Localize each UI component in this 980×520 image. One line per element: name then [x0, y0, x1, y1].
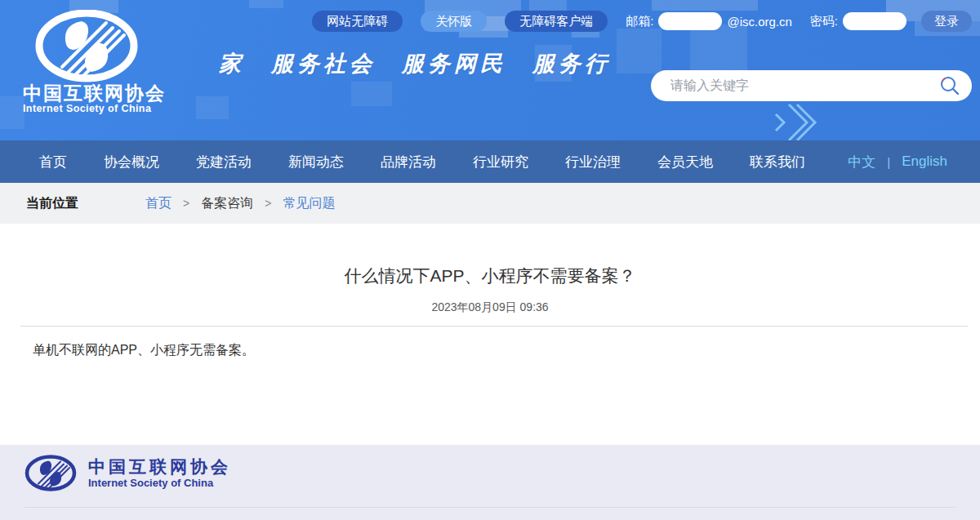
page: 中国互联网协会 Internet Society of China 家 服务社会…: [0, 0, 980, 520]
site-footer: 中国互联网协会 Internet Society of China: [0, 445, 980, 520]
slogan-marquee: 家 服务社会 服务网民 服务行: [219, 49, 595, 78]
breadcrumb-home-link[interactable]: 首页: [145, 195, 172, 212]
nav-item-members[interactable]: 会员天地: [657, 153, 713, 171]
search-icon[interactable]: [939, 70, 972, 101]
language-switch: 中文 | English: [848, 153, 947, 171]
decor-block: [196, 96, 229, 119]
lang-zh-link[interactable]: 中文: [848, 153, 875, 171]
accessibility-site-button[interactable]: 网站无障碍: [312, 11, 403, 32]
footer-logo-subtitle: Internet Society of China: [88, 477, 231, 490]
lang-separator: |: [887, 155, 890, 169]
nav-item-brand[interactable]: 品牌活动: [381, 153, 436, 171]
nav-item-contact[interactable]: 联系我们: [750, 153, 805, 171]
topbar: 网站无障碍 关怀版 无障碍客户端 邮箱: @isc.org.cn 密码: 登录: [312, 11, 972, 32]
site-header: 中国互联网协会 Internet Society of China 家 服务社会…: [0, 0, 980, 140]
nav-item-party[interactable]: 党建活动: [196, 153, 252, 171]
double-chevron-right-icon: [769, 103, 828, 140]
footer-logo-title: 中国互联网协会: [88, 457, 231, 477]
breadcrumb-label: 当前位置: [26, 195, 78, 212]
decor-block: [351, 82, 392, 106]
password-field[interactable]: [843, 12, 906, 30]
article-body: 单机不联网的APP、小程序无需备案。: [33, 340, 947, 360]
footer-logo: 中国互联网协会 Internet Society of China: [24, 455, 231, 492]
logo-subtitle: Internet Society of China: [23, 103, 186, 115]
login-button[interactable]: 登录: [921, 11, 972, 32]
nav-item-about[interactable]: 协会概况: [104, 153, 159, 171]
breadcrumb-separator: >: [265, 197, 271, 210]
email-field[interactable]: [658, 12, 722, 30]
footer-divider: [24, 507, 956, 508]
breadcrumb-current-link[interactable]: 常见问题: [283, 195, 335, 212]
decor-block: [249, 0, 283, 8]
article-date: 2023年08月09日 09:36: [0, 300, 980, 315]
main-nav: 首页 协会概况 党建活动 新闻动态 品牌活动 行业研究 行业治理 会员天地 联系…: [0, 140, 980, 183]
search-input[interactable]: [651, 78, 939, 93]
nav-item-home[interactable]: 首页: [39, 153, 67, 171]
site-logo[interactable]: 中国互联网协会 Internet Society of China: [23, 10, 186, 115]
footer-logo-text: 中国互联网协会 Internet Society of China: [88, 457, 231, 490]
logo-title: 中国互联网协会: [23, 83, 186, 103]
search-box: [651, 70, 972, 101]
care-version-button[interactable]: 关怀版: [421, 11, 487, 32]
email-label: 邮箱:: [626, 14, 653, 29]
isc-logo-icon: [34, 10, 139, 83]
decor-block: [0, 96, 24, 129]
isc-logo-icon: [24, 455, 77, 492]
decor-block: [617, 29, 662, 73]
nav-item-governance[interactable]: 行业治理: [565, 153, 621, 171]
lang-en-link[interactable]: English: [902, 153, 947, 170]
article-content: 什么情况下APP、小程序不需要备案？ 2023年08月09日 09:36 单机不…: [0, 224, 980, 445]
nav-item-research[interactable]: 行业研究: [473, 153, 528, 171]
password-label: 密码:: [810, 14, 838, 29]
breadcrumb-section: 备案咨询: [201, 195, 253, 212]
article-title: 什么情况下APP、小程序不需要备案？: [0, 224, 980, 287]
breadcrumb-separator: >: [183, 197, 189, 210]
nav-item-news[interactable]: 新闻动态: [288, 153, 344, 171]
breadcrumb: 当前位置 首页 > 备案咨询 > 常见问题: [0, 183, 980, 224]
decor-block: [652, 0, 758, 11]
accessibility-client-button[interactable]: 无障碍客户端: [505, 11, 608, 32]
email-domain-suffix: @isc.org.cn: [727, 15, 791, 29]
article-divider: [20, 326, 968, 327]
